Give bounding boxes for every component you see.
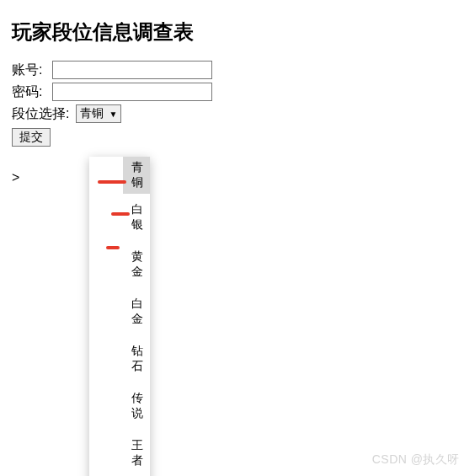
rank-option[interactable]: 青铜 — [123, 157, 150, 194]
rank-option[interactable]: 钻石 — [123, 335, 150, 382]
submit-button[interactable]: 提交 — [12, 128, 51, 147]
chevron-down-icon: ▼ — [109, 110, 117, 119]
account-label: 账号: — [12, 62, 52, 79]
watermark: CSDN @执久呀 — [372, 452, 460, 468]
password-label: 密码: — [12, 83, 52, 101]
rank-dropdown[interactable]: 青铜 白银 黄金 白金 钻石 传说 王者 超神 — [89, 157, 150, 476]
password-row: 密码: — [12, 83, 463, 101]
red-annotation — [106, 246, 120, 249]
rank-option[interactable]: 白银 — [123, 194, 150, 241]
account-input[interactable] — [52, 61, 212, 79]
rank-select[interactable]: 青铜 ▼ — [76, 104, 121, 123]
page-title: 玩家段位信息调查表 — [12, 19, 463, 45]
account-row: 账号: — [12, 61, 463, 79]
rank-row: 段位选择: 青铜 ▼ — [12, 104, 463, 123]
rank-label: 段位选择: — [12, 105, 69, 123]
red-annotation — [98, 180, 126, 184]
rank-option[interactable]: 黄金 — [123, 241, 150, 288]
red-annotation — [111, 212, 130, 216]
rank-select-value: 青铜 — [80, 106, 104, 121]
prompt-indicator: > — [12, 170, 463, 185]
rank-option[interactable]: 白金 — [123, 288, 150, 335]
rank-option[interactable]: 传说 — [123, 382, 150, 430]
rank-option[interactable]: 王者 — [123, 430, 150, 476]
password-input[interactable] — [52, 83, 212, 101]
